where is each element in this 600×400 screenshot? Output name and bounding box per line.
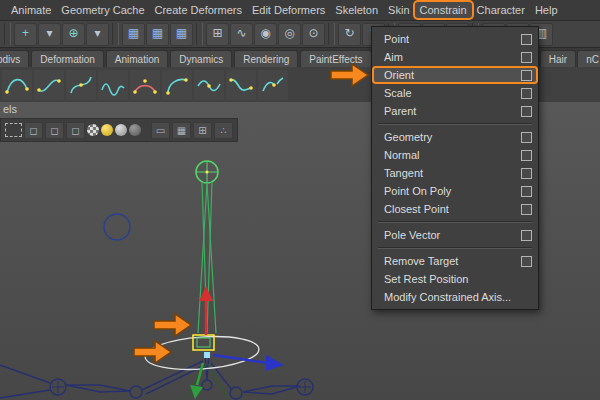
move-tool-icon[interactable]: + xyxy=(14,23,37,46)
select-hierarchy-icon[interactable]: ▦ xyxy=(122,23,145,46)
menu-separator xyxy=(378,221,532,223)
menu-item-aim[interactable]: Aim xyxy=(372,48,538,66)
option-box-icon[interactable] xyxy=(521,230,532,241)
manipulator-center[interactable] xyxy=(204,352,210,358)
menu-separator xyxy=(378,123,532,125)
menu-item-label: Aim xyxy=(384,51,403,63)
control-circle[interactable] xyxy=(104,214,130,240)
option-box-icon[interactable] xyxy=(521,150,532,161)
menu-item-label: Tangent xyxy=(384,167,423,179)
option-box-icon[interactable] xyxy=(521,106,532,117)
option-box-icon[interactable] xyxy=(521,168,532,179)
menu-item-closest-point[interactable]: Closest Point xyxy=(372,200,538,218)
menu-skin[interactable]: Skin xyxy=(383,2,414,18)
snap-point-icon[interactable]: ◉ xyxy=(254,23,277,46)
select-component-icon[interactable]: ▦ xyxy=(170,23,193,46)
menu-item-label: Parent xyxy=(384,105,416,117)
dropdown-arrow-icon[interactable]: ▾ xyxy=(38,23,61,46)
tab-subdivs[interactable]: bdivs xyxy=(0,50,29,67)
option-box-icon[interactable] xyxy=(521,34,532,45)
menu-item-set-rest-position[interactable]: Set Rest Position xyxy=(372,270,538,288)
menu-separator xyxy=(378,247,532,249)
snap-plane-icon[interactable]: ◎ xyxy=(278,23,301,46)
history-icon[interactable]: ↻ xyxy=(338,23,361,46)
tab-hair[interactable]: Hair xyxy=(540,50,576,67)
dropdown-arrow-icon[interactable]: ▾ xyxy=(86,23,109,46)
option-box-icon[interactable] xyxy=(521,132,532,143)
menu-item-scale[interactable]: Scale xyxy=(372,84,538,102)
snap-grid-icon[interactable]: ⊞ xyxy=(206,23,229,46)
menu-item-label: Geometry xyxy=(384,131,432,143)
menu-item-label: Normal xyxy=(384,149,419,161)
menu-item-label: Closest Point xyxy=(384,203,449,215)
attach-curve-tool-icon[interactable] xyxy=(226,70,256,100)
manipulator-x-arrowhead[interactable] xyxy=(266,355,284,371)
option-box-icon[interactable] xyxy=(521,186,532,197)
toolbar-separator[interactable] xyxy=(4,23,11,45)
option-box-icon[interactable] xyxy=(521,52,532,63)
manipulator-z-arrowhead[interactable] xyxy=(190,385,203,399)
menu-item-modify-constrained-axis[interactable]: Modify Constrained Axis... xyxy=(372,288,538,306)
menu-item-label: Point On Poly xyxy=(384,185,451,197)
ep-curve-tool-icon[interactable] xyxy=(34,70,64,100)
menu-item-normal[interactable]: Normal xyxy=(372,146,538,164)
menu-animate[interactable]: Animate xyxy=(6,2,56,18)
tab-dynamics[interactable]: Dynamics xyxy=(170,50,232,67)
highlight-arrow-orient xyxy=(330,62,370,88)
menu-item-pole-vector[interactable]: Pole Vector xyxy=(372,226,538,244)
pencil-curve-tool-icon[interactable] xyxy=(98,70,128,100)
universal-manipulator-icon[interactable]: ⊕ xyxy=(62,23,85,46)
toolbar-separator[interactable] xyxy=(112,23,119,45)
three-point-arc-tool-icon[interactable] xyxy=(130,70,160,100)
toolbar-separator[interactable] xyxy=(196,23,203,45)
menu-item-remove-target[interactable]: Remove Target xyxy=(372,252,538,270)
highlight-arrow-lower xyxy=(134,341,171,363)
cv-curve-tool-icon[interactable] xyxy=(2,70,32,100)
menu-item-label: Set Rest Position xyxy=(384,273,468,285)
tab-rendering[interactable]: Rendering xyxy=(234,50,298,67)
menu-item-label: Modify Constrained Axis... xyxy=(384,291,511,303)
select-object-icon[interactable]: ▦ xyxy=(146,23,169,46)
head-control[interactable] xyxy=(196,161,218,183)
menu-create-deformers[interactable]: Create Deformers xyxy=(150,2,247,18)
snap-curve-icon[interactable]: ∿ xyxy=(230,23,253,46)
menu-item-label: Point xyxy=(384,33,409,45)
menu-item-label: Pole Vector xyxy=(384,229,440,241)
manipulator-z-axis[interactable] xyxy=(197,363,203,385)
main-menubar: Animate Geometry Cache Create Deformers … xyxy=(0,0,600,21)
menu-geometry-cache[interactable]: Geometry Cache xyxy=(56,2,149,18)
tab-deformation[interactable]: Deformation xyxy=(31,50,103,67)
toolbar-separator[interactable] xyxy=(328,23,335,45)
menu-item-geometry[interactable]: Geometry xyxy=(372,128,538,146)
tab-animation[interactable]: Animation xyxy=(106,50,168,67)
menu-help[interactable]: Help xyxy=(530,2,563,18)
menu-item-label: Scale xyxy=(384,87,412,99)
menu-character[interactable]: Character xyxy=(472,2,530,18)
menu-edit-deformers[interactable]: Edit Deformers xyxy=(247,2,330,18)
tab-ncloth[interactable]: nC xyxy=(577,50,600,67)
menu-item-orient[interactable]: Orient xyxy=(372,66,538,84)
make-live-icon[interactable]: ⊙ xyxy=(302,23,325,46)
option-box-icon[interactable] xyxy=(521,256,532,267)
menu-skeleton[interactable]: Skeleton xyxy=(330,2,383,18)
menu-item-point-on-poly[interactable]: Point On Poly xyxy=(372,182,538,200)
menu-item-label: Remove Target xyxy=(384,255,458,267)
joint-wire-box[interactable] xyxy=(197,338,210,347)
detach-curve-tool-icon[interactable] xyxy=(258,70,288,100)
menu-item-point[interactable]: Point xyxy=(372,30,538,48)
option-box-icon[interactable] xyxy=(521,88,532,99)
highlight-arrow-upper xyxy=(154,314,191,336)
two-point-arc-tool-icon[interactable] xyxy=(162,70,192,100)
constrain-menu-dropdown: Point Aim Orient Scale Parent Geometry N… xyxy=(371,26,539,310)
option-box-icon[interactable] xyxy=(521,70,532,81)
move-manipulator[interactable] xyxy=(190,286,284,399)
menu-item-parent[interactable]: Parent xyxy=(372,102,538,120)
menu-item-tangent[interactable]: Tangent xyxy=(372,164,538,182)
menu-item-label: Orient xyxy=(384,69,414,81)
curve-edit-tool-icon[interactable] xyxy=(194,70,224,100)
menu-constrain[interactable]: Constrain xyxy=(415,2,472,18)
bezier-curve-tool-icon[interactable] xyxy=(66,70,96,100)
option-box-icon[interactable] xyxy=(521,204,532,215)
